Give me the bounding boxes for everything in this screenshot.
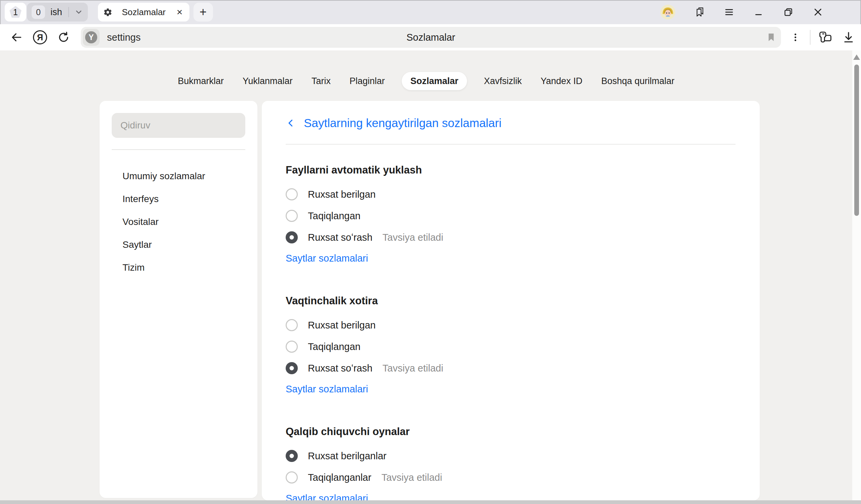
tab-plaginlar[interactable]: Plaginlar — [347, 72, 387, 90]
radio-label: Taqiqlangan — [308, 210, 360, 222]
refresh-button[interactable] — [56, 30, 71, 45]
site-settings-link[interactable]: Saytlar sozlamalari — [286, 493, 368, 500]
sidebar-item-vositalar[interactable]: Vositalar — [112, 210, 245, 233]
heading-divider — [286, 144, 736, 144]
section-title: Vaqtinchalik xotira — [286, 295, 736, 307]
radio-selected-icon[interactable] — [286, 231, 298, 243]
workspace-other-count: 0 — [32, 5, 45, 19]
radio-label: Ruxsat berilgan — [308, 189, 376, 200]
section-vaqtinchalik-xotira: Vaqtinchalik xotira Ruxsat berilgan Taqi… — [286, 295, 736, 395]
tab-boshqa-qurilmalar[interactable]: Boshqa qurilmalar — [599, 72, 676, 90]
section-fayllarni-avtomatik-yuklash: Fayllarni avtomatik yuklash Ruxsat beril… — [286, 164, 736, 264]
radio-unselected-icon[interactable] — [286, 319, 298, 331]
radio-option[interactable]: Ruxsat berilgan — [286, 314, 736, 336]
back-button[interactable] — [9, 30, 24, 45]
settings-nav-tabs: Bukmarklar Yuklanmalar Tarix Plaginlar S… — [0, 72, 852, 90]
sidebar-item-tizim[interactable]: Tizim — [112, 256, 245, 279]
radio-selected-icon[interactable] — [286, 450, 298, 462]
site-settings-link[interactable]: Saytlar sozlamalari — [286, 383, 368, 395]
radio-option[interactable]: Taqiqlangan — [286, 205, 736, 227]
gear-icon — [103, 8, 112, 17]
radio-option[interactable]: Ruxsat soʻrash Tavsiya etiladi — [286, 227, 736, 248]
workspace-separator — [68, 7, 69, 17]
tab-title: Sozlamalar — [112, 7, 175, 17]
restore-icon[interactable] — [783, 7, 794, 17]
page-title[interactable]: Saytlarning kengaytirilgan sozlamalari — [304, 116, 502, 130]
tab-sozlamalar[interactable]: Sozlamalar — [402, 72, 467, 90]
address-bar[interactable]: Y settings Sozlamalar — [81, 27, 781, 48]
sidebar-item-umumiy-sozlamalar[interactable]: Umumiy sozlamalar — [112, 165, 245, 187]
passwords-protect-icon[interactable] — [817, 30, 833, 45]
radio-note: Tavsiya etiladi — [382, 472, 442, 483]
section-qalqib-chiquvchi-oynalar: Qalqib chiquvchi oynalar Ruxsat berilgan… — [286, 426, 736, 500]
window-bottom-edge — [0, 500, 861, 504]
tab-bukmarklar[interactable]: Bukmarklar — [176, 72, 226, 90]
sidebar-item-saytlar[interactable]: Saytlar — [112, 233, 245, 256]
search-input[interactable] — [112, 113, 245, 138]
scrollbar[interactable] — [852, 51, 861, 504]
radio-label: Ruxsat berilgan — [308, 320, 376, 331]
section-title: Qalqib chiquvchi oynalar — [286, 426, 736, 438]
radio-option[interactable]: Taqiqlanganlar Tavsiya etiladi — [286, 467, 736, 488]
downloads-icon[interactable] — [841, 30, 856, 45]
workspace-shape-icon: 1 — [9, 5, 23, 19]
tab-strip: 1 0 ish Sozlamalar × + — [0, 0, 861, 24]
scrollbar-thumb[interactable] — [854, 65, 859, 216]
bookmark-icon[interactable] — [766, 32, 776, 43]
sidebar-item-interfeys[interactable]: Interfeys — [112, 187, 245, 210]
radio-option[interactable]: Ruxsat berilganlar — [286, 445, 736, 467]
radio-unselected-icon[interactable] — [286, 210, 298, 222]
radio-label: Taqiqlanganlar — [308, 472, 371, 483]
radio-label: Taqiqlangan — [308, 341, 360, 352]
favicon-y-glyph: Y — [85, 31, 97, 43]
workspace-tab-active[interactable]: 1 — [5, 3, 26, 22]
radio-option[interactable]: Taqiqlangan — [286, 336, 736, 358]
new-tab-button[interactable]: + — [193, 3, 213, 22]
site-settings-link[interactable]: Saytlar sozlamalari — [286, 253, 368, 264]
more-options-icon[interactable] — [788, 30, 803, 45]
yandex-logo[interactable]: Я — [32, 30, 48, 45]
tab-close-icon[interactable]: × — [175, 7, 184, 17]
radio-unselected-icon[interactable] — [286, 471, 298, 484]
address-page-title: Sozlamalar — [81, 32, 781, 43]
back-chevron-icon[interactable] — [286, 118, 296, 128]
radio-note: Tavsiya etiladi — [383, 232, 443, 243]
browser-window: 1 0 ish Sozlamalar × + — [0, 0, 861, 504]
tab-tarix[interactable]: Tarix — [310, 72, 333, 90]
workspace-group[interactable]: 0 ish — [27, 3, 88, 22]
address-url-text: settings — [107, 32, 141, 43]
toolbar-separator — [810, 30, 810, 45]
sidebar-divider — [112, 149, 245, 150]
radio-unselected-icon[interactable] — [286, 188, 298, 200]
close-icon[interactable] — [812, 7, 823, 17]
menu-icon[interactable] — [724, 7, 735, 17]
settings-page: Bukmarklar Yuklanmalar Tarix Plaginlar S… — [0, 51, 861, 504]
radio-unselected-icon[interactable] — [286, 340, 298, 353]
minimize-icon[interactable] — [753, 7, 764, 17]
workspace-tab-count: 1 — [13, 8, 18, 17]
radio-selected-icon[interactable] — [286, 362, 298, 374]
toolbar: Я Y settings Sozlamalar — [0, 24, 861, 51]
tab-settings[interactable]: Sozlamalar × — [98, 3, 189, 22]
avatar[interactable] — [660, 5, 675, 19]
radio-label: Ruxsat soʻrash — [308, 232, 372, 243]
scroll-up-arrow-icon[interactable] — [853, 55, 860, 60]
radio-label: Ruxsat berilganlar — [308, 450, 386, 462]
tab-yandex-id[interactable]: Yandex ID — [539, 72, 585, 90]
radio-note: Tavsiya etiladi — [383, 363, 443, 374]
radio-option[interactable]: Ruxsat berilgan — [286, 184, 736, 205]
chevron-down-icon[interactable] — [74, 8, 83, 16]
settings-sidebar: Umumiy sozlamalar Interfeys Vositalar Sa… — [99, 101, 257, 498]
workspace-other-label: ish — [51, 7, 62, 17]
tab-yuklanmalar[interactable]: Yuklanmalar — [241, 72, 295, 90]
bookmarks-panel-icon[interactable] — [694, 7, 705, 17]
radio-option[interactable]: Ruxsat soʻrash Tavsiya etiladi — [286, 358, 736, 379]
tab-xavfsizlik[interactable]: Xavfsizlik — [482, 72, 524, 90]
page-favicon: Y — [83, 29, 99, 46]
main-panel: Saytlarning kengaytirilgan sozlamalari F… — [262, 101, 760, 500]
radio-label: Ruxsat soʻrash — [308, 363, 372, 374]
section-title: Fayllarni avtomatik yuklash — [286, 164, 736, 176]
